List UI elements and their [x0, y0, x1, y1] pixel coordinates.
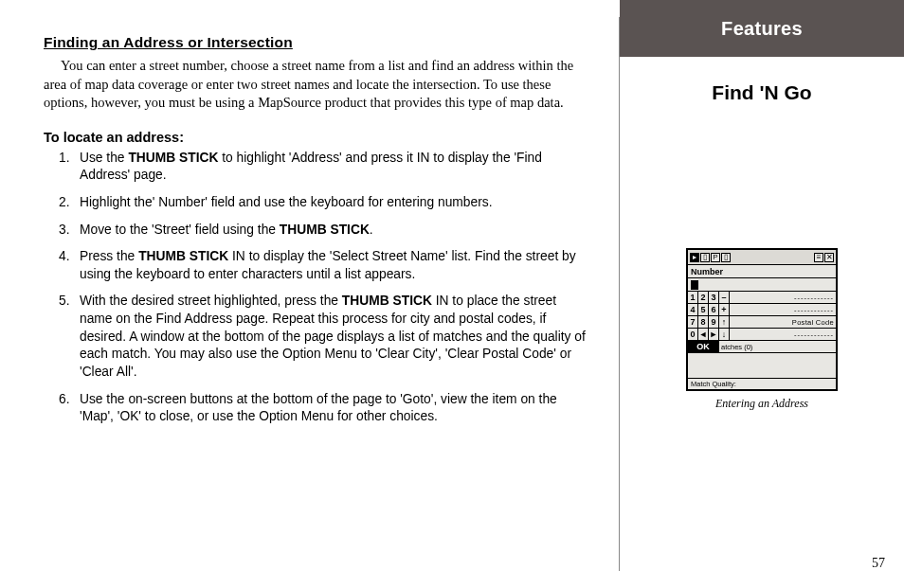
battery-icon: ▯ — [721, 253, 731, 262]
keypad-row: 7 8 9 ↑ Postal Code — [688, 316, 836, 329]
keypad-key: 7 — [688, 316, 698, 328]
text-cursor — [691, 280, 698, 290]
match-quality-label: Match Quality: — [688, 378, 836, 389]
signal-icon: ▯ — [700, 253, 710, 262]
step-item: With the desired street highlighted, pre… — [44, 293, 592, 381]
side-field — [730, 329, 836, 340]
satellite-icon: ▸ — [690, 253, 699, 262]
keypad-key: – — [719, 292, 730, 303]
keypad-key: 5 — [698, 304, 709, 315]
keypad-key: 3 — [709, 292, 719, 303]
ok-row: OK atches (0) — [688, 341, 836, 353]
features-banner: Features — [620, 0, 904, 57]
step-item: Move to the 'Street' field using the THU… — [44, 222, 592, 240]
ok-button: OK — [688, 341, 719, 352]
procedure-heading: To locate an address: — [44, 130, 592, 145]
device-topbar: ▸ ▯ P ▯ ≡ ✕ — [688, 250, 836, 265]
content-column: Finding an Address or Intersection You c… — [0, 0, 619, 588]
step-item: Use the THUMB STICK to highlight 'Addres… — [44, 150, 592, 185]
page-number: 57 — [872, 556, 885, 571]
intro-text: You can enter a street number, choose a … — [44, 58, 573, 110]
keypad-key: + — [719, 304, 730, 315]
keypad-key: 0 — [688, 329, 698, 340]
keypad-key: ◄ — [698, 329, 709, 340]
keypad-key: 6 — [709, 304, 719, 315]
keypad-row: 0 ◄ ► ↓ — [688, 329, 836, 341]
side-field — [730, 292, 836, 303]
keypad-key: ↑ — [719, 316, 730, 328]
keypad-key: 2 — [698, 292, 709, 303]
steps-list: Use the THUMB STICK to highlight 'Addres… — [44, 150, 592, 426]
close-icon: ✕ — [824, 253, 834, 262]
side-field — [730, 304, 836, 315]
number-field — [688, 278, 836, 292]
intro-paragraph: You can enter a street number, choose a … — [44, 57, 592, 113]
section-heading: Finding an Address or Intersection — [44, 34, 592, 51]
keypad-row: 4 5 6 + — [688, 304, 836, 316]
sidebar-column: Features Find 'N Go ▸ ▯ P ▯ ≡ ✕ Number — [620, 0, 904, 588]
manual-page: Finding an Address or Intersection You c… — [0, 0, 904, 588]
menu-icon: ≡ — [814, 253, 823, 262]
keypad-key: 4 — [688, 304, 698, 315]
matches-text: atches (0) — [719, 341, 836, 352]
keypad-key: 1 — [688, 292, 698, 303]
keypad-key: 9 — [709, 316, 719, 328]
device-figure: ▸ ▯ P ▯ ≡ ✕ Number 1 2 3 – — [686, 248, 838, 411]
step-item: Use the on-screen buttons at the bottom … — [44, 391, 592, 426]
keypad-key: ↓ — [719, 329, 730, 340]
device-screen: ▸ ▯ P ▯ ≡ ✕ Number 1 2 3 – — [686, 248, 838, 391]
keypad-row: 1 2 3 – — [688, 292, 836, 304]
topic-title: Find 'N Go — [712, 81, 811, 104]
flag-icon: P — [711, 253, 720, 262]
figure-caption: Entering an Address — [715, 397, 808, 411]
keypad-key: 8 — [698, 316, 709, 328]
step-item: Press the THUMB STICK IN to display the … — [44, 248, 592, 283]
step-item: Highlight the' Number' field and use the… — [44, 194, 592, 212]
results-area — [688, 353, 836, 378]
keypad-key: ► — [709, 329, 719, 340]
number-label: Number — [688, 265, 836, 278]
postal-code-field: Postal Code — [730, 316, 836, 328]
